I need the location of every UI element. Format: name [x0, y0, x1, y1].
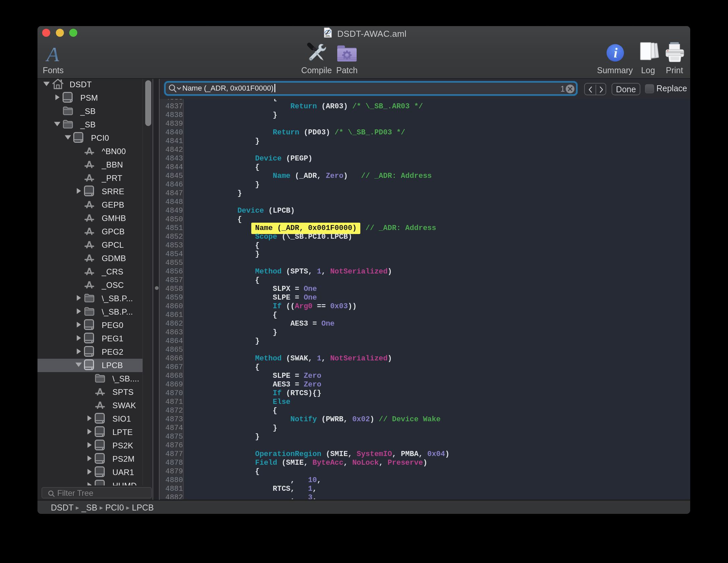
- svg-text:i: i: [614, 45, 618, 61]
- svg-text:AML: AML: [325, 35, 331, 37]
- svg-text:A: A: [46, 45, 60, 63]
